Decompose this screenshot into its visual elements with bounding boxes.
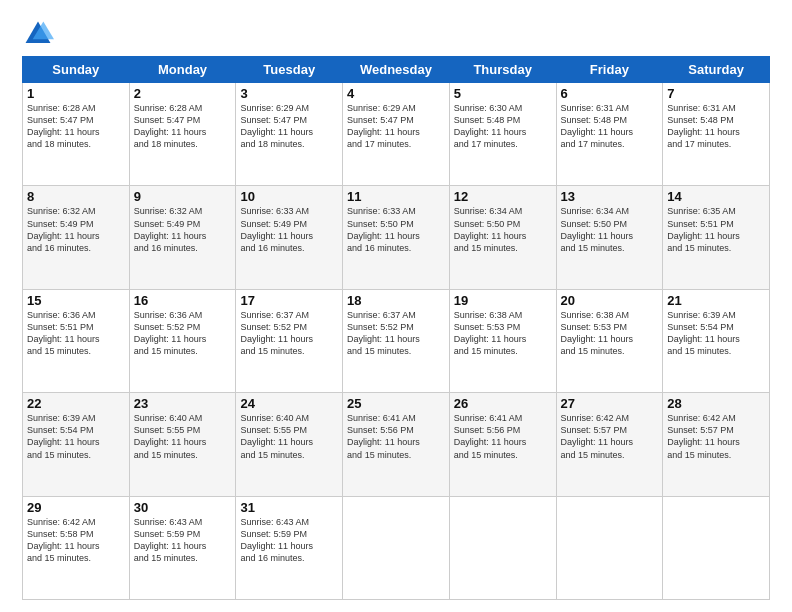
calendar-cell: 16Sunrise: 6:36 AM Sunset: 5:52 PM Dayli… <box>129 289 236 392</box>
calendar-cell: 25Sunrise: 6:41 AM Sunset: 5:56 PM Dayli… <box>343 393 450 496</box>
day-number: 6 <box>561 86 659 101</box>
day-number: 20 <box>561 293 659 308</box>
calendar-cell: 11Sunrise: 6:33 AM Sunset: 5:50 PM Dayli… <box>343 186 450 289</box>
day-number: 29 <box>27 500 125 515</box>
cell-info: Sunrise: 6:40 AM Sunset: 5:55 PM Dayligh… <box>134 412 232 461</box>
day-number: 2 <box>134 86 232 101</box>
calendar-cell <box>663 496 770 599</box>
day-number: 4 <box>347 86 445 101</box>
calendar-cell: 17Sunrise: 6:37 AM Sunset: 5:52 PM Dayli… <box>236 289 343 392</box>
cell-info: Sunrise: 6:39 AM Sunset: 5:54 PM Dayligh… <box>667 309 765 358</box>
calendar-cell: 1Sunrise: 6:28 AM Sunset: 5:47 PM Daylig… <box>23 83 130 186</box>
day-number: 21 <box>667 293 765 308</box>
day-number: 10 <box>240 189 338 204</box>
day-number: 22 <box>27 396 125 411</box>
day-number: 28 <box>667 396 765 411</box>
calendar-cell: 7Sunrise: 6:31 AM Sunset: 5:48 PM Daylig… <box>663 83 770 186</box>
day-number: 8 <box>27 189 125 204</box>
calendar-cell: 28Sunrise: 6:42 AM Sunset: 5:57 PM Dayli… <box>663 393 770 496</box>
calendar-cell: 21Sunrise: 6:39 AM Sunset: 5:54 PM Dayli… <box>663 289 770 392</box>
cell-info: Sunrise: 6:43 AM Sunset: 5:59 PM Dayligh… <box>240 516 338 565</box>
cell-info: Sunrise: 6:42 AM Sunset: 5:57 PM Dayligh… <box>667 412 765 461</box>
day-number: 27 <box>561 396 659 411</box>
logo-icon <box>22 18 54 50</box>
page: SundayMondayTuesdayWednesdayThursdayFrid… <box>0 0 792 612</box>
col-header-tuesday: Tuesday <box>236 57 343 83</box>
calendar-cell: 19Sunrise: 6:38 AM Sunset: 5:53 PM Dayli… <box>449 289 556 392</box>
day-number: 16 <box>134 293 232 308</box>
day-number: 24 <box>240 396 338 411</box>
cell-info: Sunrise: 6:31 AM Sunset: 5:48 PM Dayligh… <box>667 102 765 151</box>
day-number: 14 <box>667 189 765 204</box>
cell-info: Sunrise: 6:30 AM Sunset: 5:48 PM Dayligh… <box>454 102 552 151</box>
calendar-cell: 4Sunrise: 6:29 AM Sunset: 5:47 PM Daylig… <box>343 83 450 186</box>
cell-info: Sunrise: 6:35 AM Sunset: 5:51 PM Dayligh… <box>667 205 765 254</box>
calendar-cell: 24Sunrise: 6:40 AM Sunset: 5:55 PM Dayli… <box>236 393 343 496</box>
day-number: 11 <box>347 189 445 204</box>
cell-info: Sunrise: 6:28 AM Sunset: 5:47 PM Dayligh… <box>134 102 232 151</box>
cell-info: Sunrise: 6:43 AM Sunset: 5:59 PM Dayligh… <box>134 516 232 565</box>
day-number: 31 <box>240 500 338 515</box>
cell-info: Sunrise: 6:41 AM Sunset: 5:56 PM Dayligh… <box>454 412 552 461</box>
day-number: 13 <box>561 189 659 204</box>
cell-info: Sunrise: 6:28 AM Sunset: 5:47 PM Dayligh… <box>27 102 125 151</box>
day-number: 25 <box>347 396 445 411</box>
cell-info: Sunrise: 6:42 AM Sunset: 5:58 PM Dayligh… <box>27 516 125 565</box>
calendar-cell: 12Sunrise: 6:34 AM Sunset: 5:50 PM Dayli… <box>449 186 556 289</box>
cell-info: Sunrise: 6:42 AM Sunset: 5:57 PM Dayligh… <box>561 412 659 461</box>
day-number: 19 <box>454 293 552 308</box>
cell-info: Sunrise: 6:41 AM Sunset: 5:56 PM Dayligh… <box>347 412 445 461</box>
cell-info: Sunrise: 6:33 AM Sunset: 5:49 PM Dayligh… <box>240 205 338 254</box>
week-row-4: 22Sunrise: 6:39 AM Sunset: 5:54 PM Dayli… <box>23 393 770 496</box>
calendar-cell: 18Sunrise: 6:37 AM Sunset: 5:52 PM Dayli… <box>343 289 450 392</box>
cell-info: Sunrise: 6:36 AM Sunset: 5:52 PM Dayligh… <box>134 309 232 358</box>
calendar-cell: 31Sunrise: 6:43 AM Sunset: 5:59 PM Dayli… <box>236 496 343 599</box>
cell-info: Sunrise: 6:32 AM Sunset: 5:49 PM Dayligh… <box>134 205 232 254</box>
logo <box>22 18 58 50</box>
day-number: 3 <box>240 86 338 101</box>
calendar-cell: 10Sunrise: 6:33 AM Sunset: 5:49 PM Dayli… <box>236 186 343 289</box>
cell-info: Sunrise: 6:29 AM Sunset: 5:47 PM Dayligh… <box>240 102 338 151</box>
cell-info: Sunrise: 6:38 AM Sunset: 5:53 PM Dayligh… <box>561 309 659 358</box>
cell-info: Sunrise: 6:36 AM Sunset: 5:51 PM Dayligh… <box>27 309 125 358</box>
col-header-thursday: Thursday <box>449 57 556 83</box>
day-number: 5 <box>454 86 552 101</box>
calendar-header-row: SundayMondayTuesdayWednesdayThursdayFrid… <box>23 57 770 83</box>
cell-info: Sunrise: 6:29 AM Sunset: 5:47 PM Dayligh… <box>347 102 445 151</box>
calendar-cell: 9Sunrise: 6:32 AM Sunset: 5:49 PM Daylig… <box>129 186 236 289</box>
calendar-cell: 26Sunrise: 6:41 AM Sunset: 5:56 PM Dayli… <box>449 393 556 496</box>
calendar-cell: 23Sunrise: 6:40 AM Sunset: 5:55 PM Dayli… <box>129 393 236 496</box>
col-header-wednesday: Wednesday <box>343 57 450 83</box>
calendar-cell: 22Sunrise: 6:39 AM Sunset: 5:54 PM Dayli… <box>23 393 130 496</box>
cell-info: Sunrise: 6:34 AM Sunset: 5:50 PM Dayligh… <box>561 205 659 254</box>
calendar-cell <box>343 496 450 599</box>
day-number: 30 <box>134 500 232 515</box>
day-number: 23 <box>134 396 232 411</box>
calendar-cell <box>556 496 663 599</box>
calendar-cell: 2Sunrise: 6:28 AM Sunset: 5:47 PM Daylig… <box>129 83 236 186</box>
day-number: 12 <box>454 189 552 204</box>
cell-info: Sunrise: 6:33 AM Sunset: 5:50 PM Dayligh… <box>347 205 445 254</box>
col-header-sunday: Sunday <box>23 57 130 83</box>
calendar-cell: 14Sunrise: 6:35 AM Sunset: 5:51 PM Dayli… <box>663 186 770 289</box>
calendar-cell <box>449 496 556 599</box>
cell-info: Sunrise: 6:37 AM Sunset: 5:52 PM Dayligh… <box>347 309 445 358</box>
calendar-cell: 20Sunrise: 6:38 AM Sunset: 5:53 PM Dayli… <box>556 289 663 392</box>
week-row-5: 29Sunrise: 6:42 AM Sunset: 5:58 PM Dayli… <box>23 496 770 599</box>
calendar-cell: 15Sunrise: 6:36 AM Sunset: 5:51 PM Dayli… <box>23 289 130 392</box>
week-row-3: 15Sunrise: 6:36 AM Sunset: 5:51 PM Dayli… <box>23 289 770 392</box>
day-number: 17 <box>240 293 338 308</box>
calendar-cell: 30Sunrise: 6:43 AM Sunset: 5:59 PM Dayli… <box>129 496 236 599</box>
cell-info: Sunrise: 6:40 AM Sunset: 5:55 PM Dayligh… <box>240 412 338 461</box>
day-number: 15 <box>27 293 125 308</box>
week-row-1: 1Sunrise: 6:28 AM Sunset: 5:47 PM Daylig… <box>23 83 770 186</box>
calendar-cell: 6Sunrise: 6:31 AM Sunset: 5:48 PM Daylig… <box>556 83 663 186</box>
cell-info: Sunrise: 6:38 AM Sunset: 5:53 PM Dayligh… <box>454 309 552 358</box>
col-header-monday: Monday <box>129 57 236 83</box>
calendar-cell: 13Sunrise: 6:34 AM Sunset: 5:50 PM Dayli… <box>556 186 663 289</box>
calendar-cell: 29Sunrise: 6:42 AM Sunset: 5:58 PM Dayli… <box>23 496 130 599</box>
calendar-cell: 27Sunrise: 6:42 AM Sunset: 5:57 PM Dayli… <box>556 393 663 496</box>
col-header-friday: Friday <box>556 57 663 83</box>
day-number: 9 <box>134 189 232 204</box>
calendar-cell: 3Sunrise: 6:29 AM Sunset: 5:47 PM Daylig… <box>236 83 343 186</box>
